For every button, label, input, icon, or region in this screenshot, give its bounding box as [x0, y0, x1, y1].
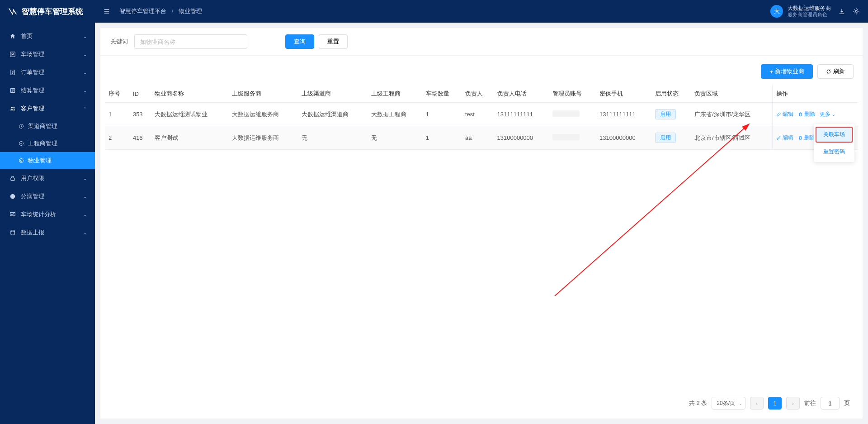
edit-link[interactable]: 编辑	[776, 110, 793, 118]
sidebar-item-label: 数据上报	[21, 229, 44, 237]
cell-svc: 大数据运维服务商	[228, 103, 298, 126]
dropdown-item-reset-password[interactable]: 重置密码	[814, 143, 854, 160]
sidebar-item-label: 订单管理	[21, 68, 44, 76]
sidebar-item-label: 车场管理	[21, 50, 44, 58]
add-property-button[interactable]: + 新增物业商	[761, 64, 813, 79]
edit-link[interactable]: 编辑	[776, 134, 793, 142]
breadcrumb: 智慧停车管理平台 / 物业管理	[119, 7, 202, 15]
order-icon	[9, 69, 16, 76]
delete-link[interactable]: 删除	[798, 110, 815, 118]
cell-person: test	[462, 103, 494, 126]
cell-status: 启用	[651, 126, 691, 150]
cell-phone: 13111111111	[494, 103, 549, 126]
refresh-button[interactable]: 刷新	[817, 64, 854, 79]
chevron-down-icon: ⌄	[83, 194, 87, 199]
chevron-down-icon: ⌄	[832, 112, 835, 117]
svg-line-13	[555, 124, 749, 296]
engineer-icon	[18, 140, 24, 147]
breadcrumb-root[interactable]: 智慧停车管理平台	[119, 8, 166, 14]
gear-icon[interactable]	[853, 8, 860, 15]
logo-icon	[8, 7, 17, 16]
sidebar-item-settlement[interactable]: 结算管理 ⌄	[0, 81, 95, 100]
sidebar-item-orders[interactable]: 订单管理 ⌄	[0, 63, 95, 81]
th-account: 管理员账号	[549, 85, 596, 103]
cell-secure: 13111111111	[596, 103, 651, 126]
sidebar: 智慧停车管理系统 首页 ⌄ 车场管理 ⌄ 订单管理 ⌄ 结算管理 ⌄	[0, 0, 95, 424]
download-icon[interactable]	[838, 8, 845, 15]
cell-region: 广东省/深圳市/龙华区	[691, 103, 773, 126]
home-icon	[9, 33, 16, 40]
refresh-button-label: 刷新	[833, 67, 845, 76]
th-secure: 密保手机	[596, 85, 651, 103]
reset-button[interactable]: 重置	[319, 34, 348, 49]
jump-page-input[interactable]	[821, 397, 840, 410]
chevron-down-icon: ⌄	[83, 52, 87, 57]
user-block[interactable]: 大 大数据运维服务商 服务商管理员角色	[770, 5, 831, 18]
more-link[interactable]: 更多 ⌄	[820, 110, 835, 118]
dropdown-item-link-parking[interactable]: 关联车场	[816, 127, 853, 143]
chevron-down-icon: ⌄	[83, 176, 87, 181]
prev-page-button[interactable]: ‹	[750, 397, 764, 410]
cell-name: 大数据运维测试物业	[151, 103, 228, 126]
svg-point-3	[11, 107, 13, 109]
th-eng: 上级工程商	[368, 85, 422, 103]
refresh-icon	[826, 69, 831, 74]
breadcrumb-separator: /	[172, 8, 174, 14]
cell-region: 北京市/市辖区/西城区	[691, 126, 773, 150]
sidebar-item-profit[interactable]: 分润管理 ⌄	[0, 187, 95, 205]
sidebar-item-label: 用户权限	[21, 174, 44, 182]
search-button[interactable]: 查询	[285, 34, 314, 49]
cell-person: aa	[462, 126, 494, 150]
chevron-up-icon: ⌄	[83, 106, 87, 111]
th-chan: 上级渠道商	[298, 85, 368, 103]
cell-name: 客户测试	[151, 126, 228, 150]
keyword-input[interactable]	[134, 34, 247, 49]
sidebar-item-report[interactable]: 数据上报 ⌄	[0, 224, 95, 242]
sidebar-item-label: 渠道商管理	[28, 122, 57, 130]
sidebar-item-home[interactable]: 首页 ⌄	[0, 27, 95, 45]
status-badge: 启用	[655, 133, 676, 143]
sidebar-item-customers[interactable]: 客户管理 ⌄	[0, 100, 95, 118]
cell-chan: 无	[298, 126, 368, 150]
breadcrumb-current: 物业管理	[179, 8, 202, 14]
sidebar-item-permissions[interactable]: 用户权限 ⌄	[0, 169, 95, 187]
delete-link[interactable]: 删除	[798, 134, 815, 142]
sidebar-item-parking[interactable]: 车场管理 ⌄	[0, 45, 95, 63]
table-row: 2 416 客户测试 大数据运维服务商 无 无 1 aa 13100000000…	[105, 126, 858, 150]
th-region: 负责区域	[691, 85, 773, 103]
th-ops: 操作	[773, 85, 858, 103]
page-size-select[interactable]: 20条/页 ⌄	[712, 397, 745, 410]
next-page-button[interactable]: ›	[786, 397, 800, 410]
svg-point-11	[11, 230, 14, 232]
th-phone: 负责人电话	[494, 85, 549, 103]
svg-point-12	[855, 10, 857, 12]
cell-eng: 大数据工程商	[368, 103, 422, 126]
add-button-label: 新增物业商	[775, 67, 804, 76]
cell-svc: 大数据运维服务商	[228, 126, 298, 150]
chevron-down-icon: ⌄	[83, 70, 87, 75]
lock-icon	[9, 175, 16, 182]
th-name: 物业商名称	[151, 85, 228, 103]
status-badge: 启用	[655, 109, 676, 119]
jump-suffix: 页	[844, 399, 850, 407]
avatar: 大	[770, 5, 783, 18]
collapse-icon[interactable]	[103, 8, 110, 15]
app-title: 智慧停车管理系统	[22, 6, 83, 17]
cell-account	[549, 126, 596, 150]
table-row: 1 353 大数据运维测试物业 大数据运维服务商 大数据运维渠道商 大数据工程商…	[105, 103, 858, 126]
filter-panel: 关键词 查询 重置	[100, 28, 863, 56]
sidebar-item-label: 物业管理	[28, 157, 52, 165]
page-number-button[interactable]: 1	[768, 397, 782, 410]
svg-point-7	[19, 159, 24, 163]
cell-id: 353	[129, 103, 151, 126]
app-logo: 智慧停车管理系统	[0, 0, 95, 23]
svg-point-9	[10, 194, 15, 199]
settlement-icon	[9, 87, 16, 94]
sidebar-item-analytics[interactable]: 车场统计分析 ⌄	[0, 205, 95, 224]
sidebar-item-engineer[interactable]: 工程商管理	[0, 135, 95, 152]
sidebar-item-property[interactable]: 物业管理	[0, 152, 95, 169]
cell-phone: 13100000000	[494, 126, 549, 150]
more-dropdown: 关联车场 重置密码	[814, 124, 854, 162]
sidebar-item-channel[interactable]: 渠道商管理	[0, 118, 95, 135]
pagination-total: 共 2 条	[689, 399, 707, 407]
